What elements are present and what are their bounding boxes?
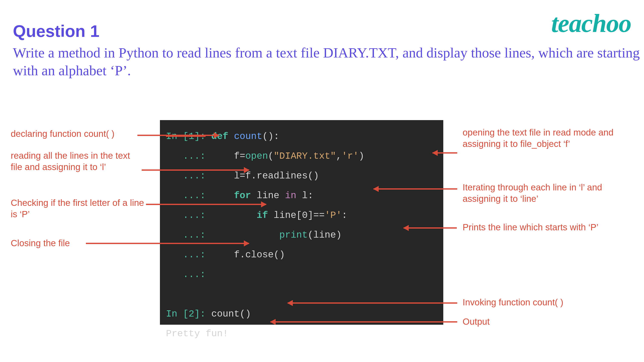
expr-index: line[0]== bbox=[274, 210, 325, 221]
var-l: l bbox=[234, 170, 240, 181]
fn-open: open bbox=[245, 151, 268, 161]
colon: : bbox=[342, 210, 347, 221]
code-line-blank bbox=[166, 284, 437, 304]
code-line-8: ...: bbox=[166, 265, 437, 284]
code-line-10: Pretty fun! bbox=[166, 324, 437, 344]
brand-logo: teachoo bbox=[551, 8, 631, 38]
print-args: (line) bbox=[308, 230, 342, 240]
str-mode: 'r' bbox=[342, 151, 359, 161]
prompt-in-1: In [1]: bbox=[166, 131, 206, 142]
str-p: 'P' bbox=[324, 210, 342, 221]
arrow-icon bbox=[432, 152, 457, 154]
var-line: line bbox=[257, 190, 280, 201]
prompt-cont: ...: bbox=[183, 170, 206, 181]
call-readlines: f.readlines() bbox=[245, 170, 319, 181]
annot-output: Output bbox=[462, 316, 490, 328]
code-line-1: In [1]: def count(): bbox=[166, 126, 437, 146]
arrow-icon bbox=[270, 321, 457, 323]
paren-open: ( bbox=[268, 151, 274, 161]
prompt-cont: ...: bbox=[183, 210, 206, 221]
var-f: f bbox=[234, 151, 240, 161]
arrow-icon bbox=[146, 204, 266, 205]
paren-close: ) bbox=[359, 151, 364, 161]
annot-readlines: reading all the lines in the text file a… bbox=[11, 150, 142, 173]
fn-print: print bbox=[279, 230, 308, 240]
arrow-icon bbox=[288, 302, 457, 304]
page-root: teachoo Question 1 Write a method in Pyt… bbox=[0, 0, 644, 362]
str-filename: "DIARY.txt" bbox=[274, 151, 336, 161]
kw-if: if bbox=[256, 210, 268, 221]
arrow-icon bbox=[404, 227, 457, 229]
annot-open: opening the text file in read mode and a… bbox=[462, 127, 617, 149]
op-eq: = bbox=[240, 151, 245, 161]
arrow-icon bbox=[86, 243, 249, 244]
call-count: count() bbox=[211, 309, 251, 319]
colon: : bbox=[308, 190, 313, 201]
kw-in: in bbox=[285, 190, 296, 201]
code-line-9: In [2]: count() bbox=[166, 304, 437, 324]
output-text: Pretty fun! bbox=[166, 328, 228, 339]
arrow-icon bbox=[138, 135, 219, 136]
code-editor: In [1]: def count(): ...: f=open("DIARY.… bbox=[160, 120, 443, 325]
fn-parens: (): bbox=[262, 131, 279, 142]
annot-if: Checking if the first letter of a line i… bbox=[11, 197, 146, 220]
annot-close: Closing the file bbox=[11, 238, 70, 249]
code-content: In [1]: def count(): ...: f=open("DIARY.… bbox=[166, 126, 437, 344]
var-l2: l bbox=[302, 190, 308, 201]
code-line-2: ...: f=open("DIARY.txt",'r') bbox=[166, 146, 437, 166]
prompt-cont: ...: bbox=[183, 190, 206, 201]
annot-print: Prints the line which starts with ‘P’ bbox=[462, 222, 639, 233]
annot-for: Iterating through each line in ‘l’ and a… bbox=[462, 182, 628, 204]
question-number: Question 1 bbox=[13, 21, 100, 41]
code-line-5: ...: if line[0]=='P': bbox=[166, 205, 437, 225]
comma: , bbox=[336, 151, 342, 161]
code-line-3: ...: l=f.readlines() bbox=[166, 166, 437, 186]
arrow-icon bbox=[374, 188, 457, 190]
prompt-cont: ...: bbox=[183, 269, 206, 280]
code-line-6: ...: print(line) bbox=[166, 225, 437, 245]
prompt-cont: ...: bbox=[183, 249, 206, 260]
kw-for: for bbox=[234, 190, 251, 201]
question-text: Write a method in Python to read lines f… bbox=[13, 44, 644, 79]
prompt-cont: ...: bbox=[183, 151, 206, 161]
call-close: f.close() bbox=[234, 249, 285, 260]
prompt-cont: ...: bbox=[183, 230, 206, 240]
annot-invoke: Invoking function count( ) bbox=[462, 297, 563, 308]
annot-declare: declaring function count( ) bbox=[11, 128, 114, 140]
arrow-icon bbox=[142, 169, 249, 171]
prompt-in-2: In [2]: bbox=[166, 309, 206, 319]
fn-name: count bbox=[234, 131, 262, 142]
code-line-7: ...: f.close() bbox=[166, 245, 437, 265]
